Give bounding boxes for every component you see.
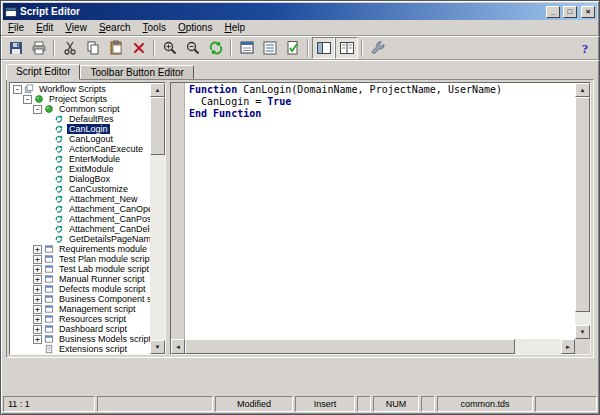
help-button[interactable] bbox=[573, 37, 596, 59]
menu-file[interactable]: File bbox=[2, 21, 30, 34]
tree-item-test-lab-module-script[interactable]: +Test Lab module script bbox=[10, 264, 150, 274]
menu-help[interactable]: Help bbox=[218, 21, 251, 34]
expand-icon[interactable]: + bbox=[33, 325, 42, 334]
expand-icon[interactable]: + bbox=[33, 285, 42, 294]
expand-icon[interactable]: + bbox=[33, 265, 42, 274]
tree-item-attachment-candelete[interactable]: Attachment_CanDelete bbox=[10, 224, 150, 234]
menu-tools[interactable]: Tools bbox=[137, 21, 172, 34]
tree-item-getdetailspagename[interactable]: GetDetailsPageName bbox=[10, 234, 150, 244]
tree-item-entermodule[interactable]: EnterModule bbox=[10, 154, 150, 164]
scroll-thumb[interactable] bbox=[575, 97, 590, 312]
tree-item-canlogout[interactable]: CanLogout bbox=[10, 134, 150, 144]
tree-item-canlogin[interactable]: CanLogin bbox=[10, 124, 150, 134]
tree-item-management-script[interactable]: +Management script bbox=[10, 304, 150, 314]
tree-item-cancustomize[interactable]: CanCustomize bbox=[10, 184, 150, 194]
zoom-out-button[interactable] bbox=[181, 37, 204, 59]
minimize-button[interactable]: _ bbox=[546, 6, 560, 18]
tree-item-extensions-script[interactable]: Extensions script bbox=[10, 344, 150, 354]
scroll-down-button[interactable]: ▼ bbox=[575, 325, 590, 339]
tree-item-requirements-module-script[interactable]: +Requirements module script bbox=[10, 244, 150, 254]
cut-button[interactable] bbox=[58, 37, 81, 59]
toolbar-separator bbox=[361, 39, 363, 57]
paste-button[interactable] bbox=[104, 37, 127, 59]
field-customization-button[interactable] bbox=[235, 37, 258, 59]
expand-icon[interactable]: + bbox=[33, 315, 42, 324]
save-button[interactable] bbox=[4, 37, 27, 59]
expand-icon[interactable]: + bbox=[33, 305, 42, 314]
scroll-up-button[interactable]: ▲ bbox=[575, 83, 590, 97]
code-area[interactable]: Function CanLogin(DomainName, ProjectNam… bbox=[185, 83, 575, 339]
tree-item-project-scripts[interactable]: -Project Scripts bbox=[10, 94, 150, 104]
expand-icon[interactable]: + bbox=[33, 255, 42, 264]
zoom-in-button[interactable] bbox=[158, 37, 181, 59]
expand-icon[interactable]: + bbox=[33, 335, 42, 344]
copy-icon bbox=[85, 40, 101, 56]
tab-toolbar-button-editor[interactable]: Toolbar Button Editor bbox=[80, 65, 193, 79]
expand-icon[interactable]: + bbox=[33, 275, 42, 284]
scroll-down-button[interactable]: ▼ bbox=[150, 340, 165, 354]
module-icon bbox=[44, 334, 54, 344]
tree-item-label: Workflow Scripts bbox=[37, 84, 108, 94]
copy-button[interactable] bbox=[81, 37, 104, 59]
tab-script-editor[interactable]: Script Editor bbox=[6, 64, 80, 80]
menu-search[interactable]: Search bbox=[93, 21, 137, 34]
tree-item-dashboard-script[interactable]: +Dashboard script bbox=[10, 324, 150, 334]
tree-item-resources-script[interactable]: +Resources script bbox=[10, 314, 150, 324]
scroll-track[interactable] bbox=[185, 339, 561, 354]
toggle-tree-pane-button[interactable] bbox=[312, 37, 335, 59]
tree-item-label: ActionCanExecute bbox=[67, 144, 145, 154]
scroll-track[interactable] bbox=[150, 97, 165, 340]
tree-item-label: CanLogout bbox=[67, 134, 115, 144]
status-spacer bbox=[535, 396, 597, 412]
title-bar[interactable]: Script Editor _ □ × bbox=[3, 3, 597, 20]
collapse-icon[interactable]: - bbox=[33, 105, 42, 114]
tree-item-actioncanexecute[interactable]: ActionCanExecute bbox=[10, 144, 150, 154]
scroll-left-button[interactable]: ◄ bbox=[171, 339, 185, 354]
tree-item-attachment-canopen[interactable]: Attachment_CanOpen bbox=[10, 204, 150, 214]
status-num-lock: NUM bbox=[373, 396, 419, 412]
expand-icon[interactable]: + bbox=[33, 245, 42, 254]
module-icon bbox=[44, 304, 54, 314]
tree-item-business-models-script[interactable]: +Business Models script bbox=[10, 334, 150, 344]
scroll-thumb[interactable] bbox=[150, 97, 165, 155]
tree-item-exitmodule[interactable]: ExitModule bbox=[10, 164, 150, 174]
editor-horizontal-scrollbar[interactable]: ◄ ► bbox=[171, 339, 575, 354]
scroll-thumb[interactable] bbox=[185, 339, 515, 354]
editor-tabs: Script Editor Toolbar Button Editor bbox=[1, 61, 599, 79]
zoom-out-icon bbox=[185, 40, 201, 56]
collapse-icon[interactable]: - bbox=[13, 85, 22, 94]
expand-icon[interactable]: + bbox=[33, 295, 42, 304]
scroll-up-button[interactable]: ▲ bbox=[150, 83, 165, 97]
tree-vertical-scrollbar[interactable]: ▲ ▼ bbox=[150, 83, 165, 354]
print-button[interactable] bbox=[27, 37, 50, 59]
menu-edit[interactable]: Edit bbox=[30, 21, 59, 34]
delete-button[interactable] bbox=[127, 37, 150, 59]
toggle-code-pane-button[interactable] bbox=[335, 37, 358, 59]
leaf-icon bbox=[54, 164, 64, 174]
tree-item-manual-runner-script[interactable]: +Manual Runner script bbox=[10, 274, 150, 284]
maximize-button[interactable]: □ bbox=[563, 6, 577, 18]
editor-vertical-scrollbar[interactable]: ▲ ▼ bbox=[575, 83, 590, 339]
status-modified: Modified bbox=[215, 396, 293, 412]
sync-scripts-button[interactable] bbox=[204, 37, 227, 59]
tree-item-defects-module-script[interactable]: +Defects module script bbox=[10, 284, 150, 294]
collapse-icon[interactable]: - bbox=[23, 95, 32, 104]
tree-item-attachment-canpost[interactable]: Attachment_CanPost bbox=[10, 214, 150, 224]
scroll-right-button[interactable]: ► bbox=[561, 339, 575, 354]
menu-view[interactable]: View bbox=[59, 21, 93, 34]
close-button[interactable]: × bbox=[581, 6, 595, 18]
tree-item-common-script[interactable]: -Common script bbox=[10, 104, 150, 114]
toolbar-separator bbox=[153, 39, 155, 57]
customize-button[interactable] bbox=[366, 37, 389, 59]
script-list-button[interactable] bbox=[258, 37, 281, 59]
syntax-check-button[interactable] bbox=[281, 37, 304, 59]
tree-item-test-plan-module-script[interactable]: +Test Plan module script bbox=[10, 254, 150, 264]
tree-item-defaultres[interactable]: DefaultRes bbox=[10, 114, 150, 124]
tree-item-workflow-scripts[interactable]: -Workflow Scripts bbox=[10, 84, 150, 94]
menu-options[interactable]: Options bbox=[172, 21, 218, 34]
scroll-track[interactable] bbox=[575, 97, 590, 325]
tree-item-business-component-script[interactable]: +Business Component script bbox=[10, 294, 150, 304]
tree-item-dialogbox[interactable]: DialogBox bbox=[10, 174, 150, 184]
code-line: Function CanLogin(DomainName, ProjectNam… bbox=[189, 84, 571, 96]
tree-item-attachment-new[interactable]: Attachment_New bbox=[10, 194, 150, 204]
